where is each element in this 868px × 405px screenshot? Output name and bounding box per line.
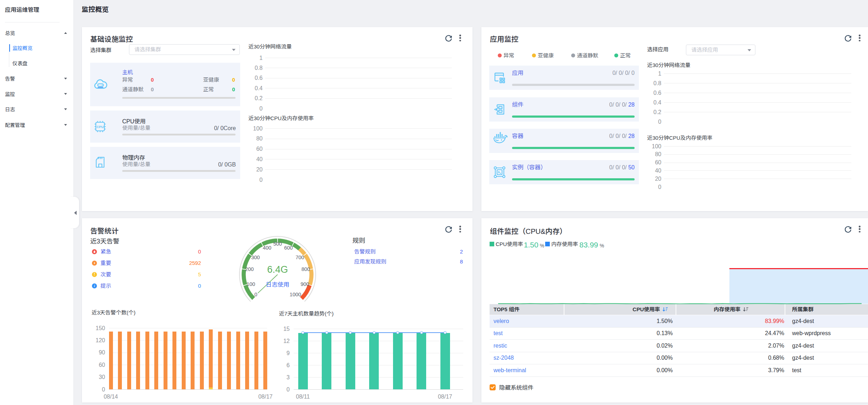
svg-text:900: 900 bbox=[300, 281, 309, 287]
svg-text:6.4G: 6.4G bbox=[267, 264, 288, 275]
svg-text:400: 400 bbox=[263, 245, 271, 251]
svg-text:200: 200 bbox=[245, 266, 254, 272]
svg-text:500: 500 bbox=[273, 241, 282, 247]
svg-text:800: 800 bbox=[301, 266, 310, 272]
svg-text:600: 600 bbox=[284, 245, 293, 251]
svg-text:1000: 1000 bbox=[290, 292, 301, 297]
svg-text:700: 700 bbox=[295, 255, 304, 260]
svg-text:100: 100 bbox=[247, 281, 255, 287]
svg-text:300: 300 bbox=[251, 255, 260, 260]
svg-text:日志使用: 日志使用 bbox=[266, 281, 289, 288]
svg-text:CPU: CPU bbox=[97, 125, 104, 129]
svg-text:0: 0 bbox=[254, 292, 257, 297]
